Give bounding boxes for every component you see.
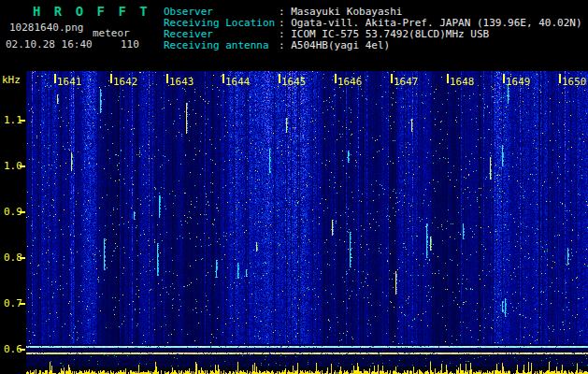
- y-tick-mark: [20, 303, 25, 305]
- y-tick-mark: [20, 120, 25, 122]
- meta-row-antenna: Receiving antenna: A504HB(yagi 4el): [164, 40, 582, 51]
- echo-count: 110: [121, 38, 139, 50]
- x-tick-label: 1646: [337, 76, 363, 88]
- y-tick-mark: [20, 211, 25, 213]
- output-filename: 10281640.png: [9, 22, 83, 34]
- x-tick-label: 1645: [281, 76, 307, 88]
- spectrogram-canvas: [26, 71, 588, 374]
- y-tick-mark: [20, 165, 25, 167]
- app-title: H R O F F T: [33, 4, 151, 19]
- datetime-label: 02.10.28 16:40: [6, 38, 93, 50]
- x-tick-label: 1649: [506, 76, 531, 88]
- y-axis-unit: kHz: [2, 74, 21, 86]
- x-tick-label: 1648: [450, 76, 475, 88]
- x-tick-label: 1642: [113, 76, 138, 88]
- meta-label: Receiving antenna: [164, 40, 279, 51]
- y-tick-mark: [20, 349, 25, 351]
- x-tick-label: 1644: [225, 76, 251, 88]
- x-tick-label: 1647: [394, 76, 419, 88]
- meta-value: : A504HB(yagi 4el): [279, 39, 390, 51]
- x-tick-label: 1641: [57, 76, 82, 88]
- x-tick-label: 1643: [169, 76, 194, 88]
- observer-info: Observer: Masayuki Kobayashi Receiving L…: [164, 7, 582, 51]
- y-tick-mark: [20, 257, 25, 259]
- x-tick-label: 1650: [562, 76, 587, 88]
- hrofft-screen: H R O F F T 10281640.png meteor 02.10.28…: [0, 0, 588, 374]
